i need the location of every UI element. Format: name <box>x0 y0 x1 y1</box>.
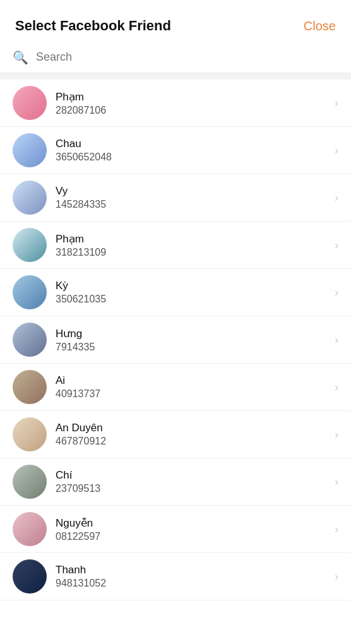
contact-id: 467870912 <box>56 436 323 447</box>
contact-id: 23709513 <box>56 483 323 494</box>
contact-list: Phạm 282087106 › Chau 3650652048 › Vy 14… <box>0 80 351 600</box>
contact-name: Hưng <box>56 327 323 340</box>
contact-id: 145284335 <box>56 199 323 210</box>
contact-info: Phạm 318213109 <box>47 232 332 258</box>
chevron-right-icon: › <box>335 144 338 157</box>
contact-id: 08122597 <box>56 531 323 542</box>
avatar <box>13 512 47 546</box>
contact-name: Ai <box>56 374 323 387</box>
list-item[interactable]: Hưng 7914335 › <box>0 316 351 364</box>
avatar <box>13 181 47 215</box>
contact-id: 350621035 <box>56 294 323 305</box>
avatar <box>13 275 47 309</box>
avatar <box>13 133 47 167</box>
list-item[interactable]: Chí 23709513 › <box>0 458 351 506</box>
contact-info: Ai 40913737 <box>47 374 332 400</box>
list-item[interactable]: Phạm 282087106 › <box>0 80 351 127</box>
chevron-right-icon: › <box>335 428 338 441</box>
chevron-right-icon: › <box>335 381 338 394</box>
contact-info: Chau 3650652048 <box>47 138 332 163</box>
contact-name: Chau <box>56 138 323 150</box>
chevron-right-icon: › <box>335 570 338 583</box>
search-icon: 🔍 <box>13 51 28 64</box>
chevron-right-icon: › <box>335 239 338 252</box>
contact-info: Phạm 282087106 <box>47 90 332 116</box>
list-item[interactable]: Vy 145284335 › <box>0 174 351 222</box>
chevron-right-icon: › <box>335 286 338 299</box>
avatar <box>13 559 47 593</box>
contact-id: 7914335 <box>56 342 323 353</box>
list-item[interactable]: Ai 40913737 › <box>0 364 351 411</box>
contact-id: 40913737 <box>56 388 323 400</box>
contact-info: Kỳ 350621035 <box>47 280 332 305</box>
contact-info: Nguyễn 08122597 <box>47 516 332 542</box>
avatar <box>13 465 47 499</box>
chevron-right-icon: › <box>335 475 338 489</box>
contact-info: Vy 145284335 <box>47 185 332 210</box>
avatar <box>13 417 47 451</box>
contact-id: 318213109 <box>56 247 323 258</box>
chevron-right-icon: › <box>335 191 338 205</box>
contact-name: Vy <box>56 185 323 198</box>
avatar <box>13 228 47 262</box>
contact-name: Chí <box>56 469 323 482</box>
contact-name: Phạm <box>56 90 323 104</box>
chevron-right-icon: › <box>335 523 338 536</box>
contact-name: Kỳ <box>56 280 323 292</box>
list-item[interactable]: Kỳ 350621035 › <box>0 269 351 316</box>
contact-id: 948131052 <box>56 578 323 589</box>
contact-name: Phạm <box>56 232 323 246</box>
contact-name: Thanh <box>56 564 323 576</box>
chevron-right-icon: › <box>335 97 338 110</box>
avatar <box>13 323 47 357</box>
contact-info: Chí 23709513 <box>47 469 332 494</box>
avatar <box>13 370 47 404</box>
list-item[interactable]: Thanh 948131052 › <box>0 553 351 600</box>
page-title: Select Facebook Friend <box>15 18 171 34</box>
list-item[interactable]: Nguyễn 08122597 › <box>0 506 351 553</box>
close-button[interactable]: Close <box>304 19 336 33</box>
search-bar: 🔍 <box>0 44 351 73</box>
contact-name: Nguyễn <box>56 516 323 530</box>
contact-id: 282087106 <box>56 105 323 116</box>
contact-name: An Duyên <box>56 422 323 434</box>
contact-id: 3650652048 <box>56 152 323 163</box>
avatar <box>13 86 47 120</box>
list-item[interactable]: Chau 3650652048 › <box>0 127 351 174</box>
section-separator <box>0 73 351 80</box>
search-input[interactable] <box>36 51 338 64</box>
list-item[interactable]: Phạm 318213109 › <box>0 222 351 269</box>
chevron-right-icon: › <box>335 333 338 347</box>
contact-info: Thanh 948131052 <box>47 564 332 589</box>
page-header: Select Facebook Friend Close <box>0 0 351 44</box>
contact-info: Hưng 7914335 <box>47 327 332 353</box>
list-item[interactable]: An Duyên 467870912 › <box>0 411 351 458</box>
contact-info: An Duyên 467870912 <box>47 422 332 447</box>
